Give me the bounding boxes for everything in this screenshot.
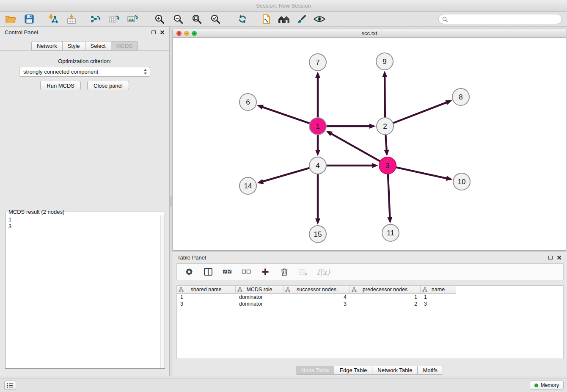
- run-mcds-button[interactable]: Run MCDS: [40, 81, 81, 90]
- zoom-fit-button[interactable]: [190, 13, 203, 25]
- splitter-grip[interactable]: [170, 196, 172, 207]
- edge-3-11[interactable]: [388, 174, 390, 218]
- import-table-icon: [66, 14, 77, 24]
- eye-icon: [314, 15, 325, 23]
- edge-1-6[interactable]: [262, 107, 309, 123]
- tab-network-table[interactable]: Network Table: [372, 366, 418, 375]
- edge-4-14[interactable]: [262, 168, 309, 182]
- column-header-MCDS-role[interactable]: MCDS role: [236, 286, 284, 294]
- edge-arrowhead: [315, 150, 320, 156]
- graph-node-7[interactable]: 7: [309, 54, 326, 71]
- edge-arrowhead: [387, 217, 392, 224]
- tab-select[interactable]: Select: [85, 41, 111, 50]
- mcds-result-title: MCDS result (2 nodes): [7, 209, 66, 215]
- graph-node-10[interactable]: 10: [453, 173, 470, 190]
- open-session-page-button[interactable]: [260, 13, 272, 25]
- style-brush-icon: [297, 14, 307, 24]
- graph-node-14[interactable]: 14: [239, 177, 256, 194]
- export-network-button[interactable]: [89, 13, 102, 25]
- svg-text:14: 14: [244, 182, 252, 190]
- table-row[interactable]: 3dominator323: [177, 301, 563, 307]
- edge-2-9[interactable]: [385, 76, 385, 117]
- table-cell: 3: [284, 301, 350, 307]
- export-table-button[interactable]: [107, 13, 120, 25]
- window-title: Session: New Session: [256, 3, 311, 9]
- result-scrollbar[interactable]: [160, 215, 165, 368]
- table-settings-button[interactable]: [184, 266, 195, 277]
- edge-3-1[interactable]: [330, 133, 380, 161]
- edge-2-3[interactable]: [385, 135, 386, 151]
- table-cell: dominator: [236, 301, 284, 307]
- columns-icon: [204, 268, 212, 276]
- zoom-selected-button[interactable]: [209, 13, 222, 25]
- zoom-out-button[interactable]: [172, 13, 184, 25]
- search-box[interactable]: [438, 14, 562, 24]
- import-network-button[interactable]: [47, 13, 59, 25]
- show-column-panel-button[interactable]: [203, 266, 214, 277]
- graph-node-2[interactable]: 2: [377, 118, 394, 135]
- import-table-button[interactable]: [65, 13, 78, 25]
- graph-node-4[interactable]: 4: [309, 157, 326, 174]
- column-header-name[interactable]: name: [421, 286, 456, 294]
- tab-style[interactable]: Style: [62, 41, 85, 50]
- save-icon: [25, 14, 34, 24]
- graph-node-15[interactable]: 15: [309, 226, 326, 243]
- mcds-result-box: MCDS result (2 nodes) 13: [5, 209, 165, 369]
- close-table-panel-icon[interactable]: [556, 255, 561, 260]
- vertical-splitter[interactable]: [170, 27, 173, 376]
- task-history-button[interactable]: [4, 381, 16, 390]
- save-session-button[interactable]: [23, 13, 36, 25]
- column-header-successor-nodes[interactable]: successor nodes: [284, 286, 350, 294]
- memory-label: Memory: [541, 382, 559, 388]
- export-image-button[interactable]: [126, 13, 139, 25]
- float-table-panel-icon[interactable]: [548, 256, 553, 259]
- close-window-icon[interactable]: [176, 31, 182, 36]
- window-titlebar: Session: New Session: [0, 0, 567, 12]
- column-header-predecessor-nodes[interactable]: predecessor nodes: [350, 286, 421, 294]
- minimize-window-icon[interactable]: [184, 31, 189, 36]
- graph-node-6[interactable]: 6: [239, 94, 256, 110]
- graph-node-9[interactable]: 9: [376, 53, 393, 70]
- tab-edge-table[interactable]: Edge Table: [334, 366, 372, 375]
- column-header-shared-name[interactable]: shared name: [177, 286, 236, 294]
- create-column-button[interactable]: [260, 266, 271, 277]
- tab-mcds[interactable]: MCDS: [111, 41, 138, 50]
- select-all-columns-button[interactable]: [222, 266, 233, 277]
- tab-node-table[interactable]: Node Table: [296, 366, 335, 375]
- zoom-in-button[interactable]: [153, 13, 166, 25]
- tab-motifs[interactable]: Motifs: [417, 366, 443, 375]
- close-panel-icon[interactable]: [160, 30, 165, 35]
- edge-3-10[interactable]: [396, 167, 447, 178]
- memory-button[interactable]: Memory: [530, 381, 564, 390]
- criterion-dropdown-value: strongly connected component: [23, 69, 143, 75]
- graph-node-11[interactable]: 11: [382, 224, 399, 241]
- zoom-window-icon[interactable]: [192, 31, 197, 36]
- network-graph[interactable]: 7968124314101511: [173, 38, 566, 250]
- edge-2-8[interactable]: [394, 102, 447, 123]
- refresh-layout-button[interactable]: [236, 13, 249, 25]
- tab-network[interactable]: Network: [31, 41, 63, 50]
- search-input[interactable]: [450, 16, 558, 22]
- graph-node-1[interactable]: 1: [309, 118, 326, 135]
- graph-node-3[interactable]: 3: [379, 157, 396, 174]
- show-hide-button[interactable]: [313, 13, 326, 25]
- dropdown-arrows-icon: [143, 69, 147, 75]
- network-window-titlebar[interactable]: scc.txt: [173, 29, 566, 38]
- delete-column-button[interactable]: [279, 266, 290, 277]
- unselect-all-columns-button[interactable]: [241, 266, 252, 277]
- open-file-button[interactable]: [4, 13, 17, 25]
- apply-style-button[interactable]: [295, 13, 308, 25]
- home-button[interactable]: [278, 13, 290, 25]
- close-panel-button[interactable]: Close panel: [87, 81, 129, 90]
- float-panel-icon[interactable]: [151, 30, 156, 34]
- table-header-row: shared nameMCDS rolesuccessor nodesprede…: [177, 286, 563, 294]
- criterion-dropdown[interactable]: strongly connected component: [19, 67, 150, 77]
- sort-hierarchy-icon: [352, 287, 357, 292]
- graph-node-8[interactable]: 8: [452, 88, 469, 105]
- memory-status-icon: [534, 384, 538, 387]
- traffic-lights: [176, 31, 197, 36]
- table-cell: 3: [177, 301, 236, 307]
- delete-table-icon: [299, 268, 308, 276]
- export-network-icon: [90, 14, 101, 24]
- table-row[interactable]: 1dominator411: [177, 294, 563, 301]
